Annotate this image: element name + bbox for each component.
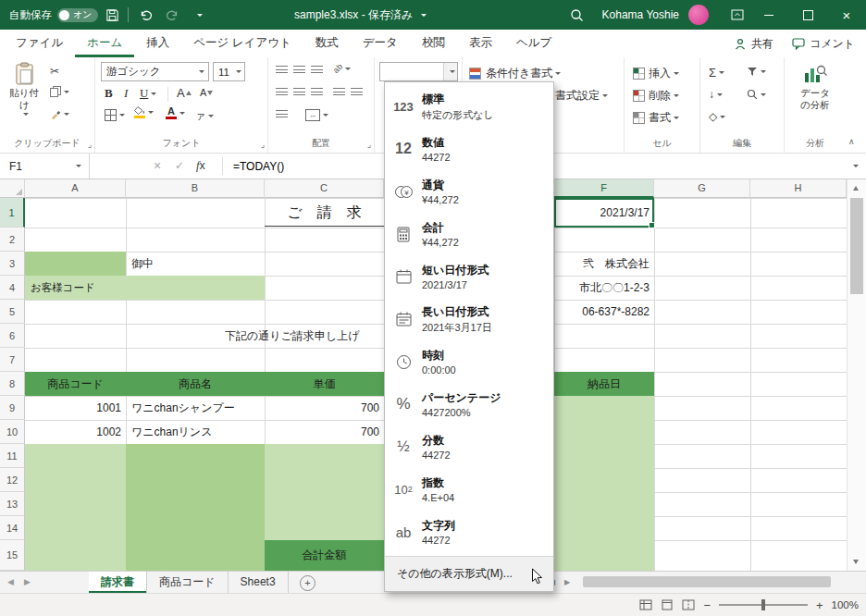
format-as-table-button[interactable]: 書式設定 [555, 88, 608, 104]
tab-file[interactable]: ファイル [4, 30, 75, 57]
row-header-9[interactable]: 9 [0, 396, 25, 420]
format-menu-item-short-date[interactable]: 短い日付形式2021/3/17 [385, 255, 553, 298]
phonetic-guide-button[interactable]: ァ [195, 109, 214, 123]
col-header-h[interactable]: H [750, 179, 847, 198]
format-cells-button[interactable]: 書式 [633, 110, 679, 126]
row-header-8[interactable]: 8 [0, 372, 25, 396]
sheet-tab-invoice[interactable]: 請求書 [89, 572, 147, 593]
format-menu-item-number[interactable]: 12 数値44272 [385, 128, 553, 170]
find-select-button[interactable] [747, 89, 766, 100]
zoom-slider-thumb[interactable] [761, 599, 765, 610]
page-layout-view-icon[interactable] [661, 599, 674, 610]
zoom-slider[interactable] [719, 599, 808, 610]
select-all-corner[interactable] [0, 179, 25, 198]
col-header-c[interactable]: C [265, 179, 384, 198]
fill-color-button[interactable] [134, 106, 154, 118]
font-color-button[interactable]: A [166, 106, 185, 119]
format-menu-item-accounting[interactable]: 会計¥44,272 [385, 213, 553, 255]
share-button[interactable]: 共有 [734, 36, 773, 52]
decrease-font-button[interactable]: A [200, 87, 213, 98]
autosum-button[interactable]: Σ [709, 66, 724, 80]
zoom-level[interactable]: 100% [832, 599, 859, 610]
underline-button[interactable]: U [140, 86, 156, 101]
row-header-6[interactable]: 6 [0, 324, 25, 348]
align-right-button[interactable] [311, 88, 323, 98]
cell-f3-company[interactable]: 弐 株式会社 [554, 252, 654, 276]
decrease-indent-button[interactable] [333, 88, 345, 98]
row-header-4[interactable]: 4 [0, 276, 25, 300]
ribbon-display-options-icon[interactable] [725, 3, 749, 27]
format-menu-item-time[interactable]: 時刻0:00:00 [385, 340, 553, 383]
font-dialog-launcher-icon[interactable]: ⌟ [261, 141, 265, 149]
row-header-7[interactable]: 7 [0, 348, 25, 372]
delete-cells-button[interactable]: 削除 [633, 88, 679, 104]
new-sheet-button[interactable]: + [300, 575, 315, 591]
close-button[interactable]: × [827, 0, 866, 30]
italic-button[interactable]: I [124, 86, 128, 101]
row-header-3[interactable]: 3 [0, 252, 25, 276]
clear-button[interactable]: ◇ [709, 110, 725, 123]
page-break-view-icon[interactable] [682, 599, 695, 610]
tab-view[interactable]: 表示 [457, 30, 504, 57]
row-header-1[interactable]: 1 [0, 198, 25, 228]
row-header-11[interactable]: 11 [0, 444, 25, 468]
col-header-b[interactable]: B [126, 179, 265, 198]
search-icon[interactable] [565, 3, 589, 27]
sheet-tab-product-code[interactable]: 商品コード [147, 572, 229, 593]
fill-button[interactable]: ↓ [709, 88, 723, 101]
tab-page-layout[interactable]: ページ レイアウト [181, 30, 303, 57]
cell-a4-customer-code-label[interactable]: お客様コード [25, 276, 126, 300]
formula-input[interactable]: =TODAY() [233, 160, 284, 173]
row-header-5[interactable]: 5 [0, 300, 25, 324]
row-header-13[interactable]: 13 [0, 492, 25, 516]
align-middle-button[interactable] [293, 66, 305, 76]
row-header-2[interactable]: 2 [0, 228, 25, 252]
zoom-in-icon[interactable]: + [816, 598, 823, 612]
sheet-nav-left-icon[interactable]: ◀ [7, 577, 14, 586]
cell-b6-note[interactable]: 下記の通りご請求申し上げ [225, 324, 387, 348]
formula-bar-expand-icon[interactable] [853, 165, 859, 167]
cell-b3[interactable]: 御中 [126, 252, 265, 276]
increase-font-button[interactable]: A [177, 86, 192, 100]
comments-button[interactable]: コメント [792, 36, 855, 52]
name-box[interactable]: F1 [0, 154, 90, 179]
avatar[interactable] [688, 5, 709, 25]
table-header-product-code[interactable]: 商品コード [25, 372, 126, 396]
autosave-toggle[interactable]: オン [57, 8, 98, 22]
cancel-icon[interactable]: × [154, 158, 161, 173]
tab-insert[interactable]: 挿入 [134, 30, 181, 57]
minimize-button[interactable] [749, 0, 788, 30]
cell-c1-invoice-title[interactable]: ご 請 求 [265, 198, 384, 227]
cell-b4-fill[interactable] [126, 276, 265, 300]
clipboard-dialog-launcher-icon[interactable]: ⌟ [88, 141, 92, 149]
paste-button[interactable]: 貼り付け [5, 62, 43, 116]
alignment-dialog-launcher-icon[interactable]: ⌟ [367, 141, 371, 149]
data-analysis-button[interactable]: データ の分析 [790, 64, 840, 111]
enter-icon[interactable]: ✓ [175, 159, 184, 172]
row-header-14[interactable]: 14 [0, 516, 25, 540]
cell-c15-total-label[interactable]: 合計金額 [265, 540, 384, 571]
tab-data[interactable]: データ [351, 30, 410, 57]
format-menu-item-general[interactable]: 123 標準特定の形式なし [385, 85, 553, 128]
bold-button[interactable]: B [105, 86, 113, 101]
cell-f4-address[interactable]: 市北〇〇1-2-3 [554, 276, 654, 300]
wrap-text-button[interactable] [276, 110, 288, 120]
borders-button[interactable] [105, 109, 125, 121]
row-header-15[interactable]: 15 [0, 540, 25, 571]
sheet-tab-sheet3[interactable]: Sheet3 [229, 572, 289, 593]
cell-f5-phone[interactable]: 06-637*-8282 [554, 300, 654, 324]
increase-indent-button[interactable] [351, 88, 363, 98]
copy-button[interactable] [50, 86, 69, 97]
merge-center-button[interactable]: ↔ [305, 109, 328, 121]
cut-button[interactable]: ✂ [50, 65, 59, 78]
user-name[interactable]: Kohama Yoshie [602, 8, 679, 21]
format-menu-item-percentage[interactable]: % パーセンテージ4427200% [385, 383, 553, 425]
cell-b10[interactable]: ワニchanリンス [126, 420, 265, 444]
format-menu-item-long-date[interactable]: 長い日付形式2021年3月17日 [385, 298, 553, 340]
orientation-button[interactable]: ab [333, 64, 351, 73]
sort-filter-button[interactable] [747, 67, 766, 77]
number-format-combobox[interactable] [379, 62, 458, 81]
hscroll-right-icon[interactable]: ▶ [564, 578, 570, 586]
undo-icon[interactable] [134, 3, 158, 27]
font-size-combobox[interactable]: 11 [213, 62, 245, 81]
